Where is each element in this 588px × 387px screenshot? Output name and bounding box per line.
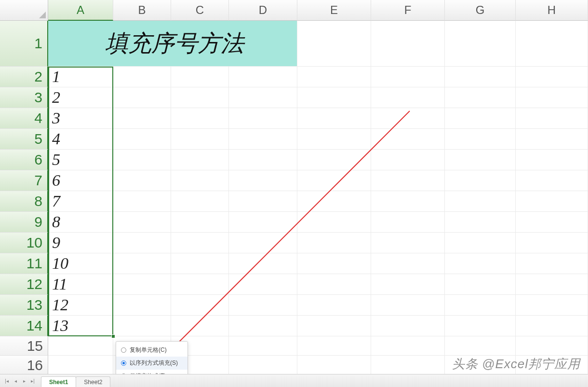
cell-G5[interactable]	[445, 129, 516, 150]
cell-E1[interactable]	[297, 21, 371, 67]
cell-H6[interactable]	[516, 150, 588, 170]
cell-B8[interactable]	[113, 191, 171, 212]
cell-B6[interactable]	[113, 150, 171, 170]
column-header-B[interactable]: B	[113, 0, 171, 21]
cell-E13[interactable]	[297, 295, 371, 316]
cell-F6[interactable]	[371, 150, 445, 170]
cell-G1[interactable]	[445, 21, 516, 67]
cell-D8[interactable]	[229, 191, 297, 212]
cell-C2[interactable]	[171, 67, 229, 87]
row-header-7[interactable]: 7	[0, 170, 48, 191]
sheet-tab-Sheet2[interactable]: Sheet2	[76, 376, 110, 387]
nav-last-icon[interactable]: ▸|	[29, 377, 37, 385]
cell-A5[interactable]: 4	[48, 129, 113, 150]
cell-C6[interactable]	[171, 150, 229, 170]
column-header-E[interactable]: E	[297, 0, 371, 21]
cell-A14[interactable]: 13	[48, 316, 113, 336]
cell-E7[interactable]	[297, 170, 371, 191]
row-header-10[interactable]: 10	[0, 233, 48, 253]
cell-F1[interactable]	[371, 21, 445, 67]
row-header-12[interactable]: 12	[0, 274, 48, 295]
cell-B11[interactable]	[113, 253, 171, 274]
cell-G7[interactable]	[445, 170, 516, 191]
title-cell[interactable]: 填充序号方法	[48, 21, 297, 67]
cell-F3[interactable]	[371, 87, 445, 108]
nav-next-icon[interactable]: ▸	[20, 377, 28, 385]
row-header-2[interactable]: 2	[0, 67, 48, 87]
cell-A4[interactable]: 3	[48, 108, 113, 129]
cell-H4[interactable]	[516, 108, 588, 129]
cell-C12[interactable]	[171, 274, 229, 295]
cell-F8[interactable]	[371, 191, 445, 212]
cell-G14[interactable]	[445, 316, 516, 336]
cell-D12[interactable]	[229, 274, 297, 295]
cell-A11[interactable]: 10	[48, 253, 113, 274]
cell-A12[interactable]: 11	[48, 274, 113, 295]
cell-F15[interactable]	[371, 336, 445, 356]
cell-C4[interactable]	[171, 108, 229, 129]
cell-E9[interactable]	[297, 212, 371, 233]
cell-H1[interactable]	[516, 21, 588, 67]
cell-E15[interactable]	[297, 336, 371, 356]
sheet-tab-Sheet1[interactable]: Sheet1	[41, 376, 76, 387]
row-header-14[interactable]: 14	[0, 316, 48, 336]
cell-A10[interactable]: 9	[48, 233, 113, 253]
column-header-A[interactable]: A	[48, 0, 113, 21]
cell-D2[interactable]	[229, 67, 297, 87]
cell-B3[interactable]	[113, 87, 171, 108]
cell-E10[interactable]	[297, 233, 371, 253]
cell-F7[interactable]	[371, 170, 445, 191]
cell-D3[interactable]	[229, 87, 297, 108]
nav-prev-icon[interactable]: ◂	[12, 377, 19, 385]
cell-H3[interactable]	[516, 87, 588, 108]
row-header-9[interactable]: 9	[0, 212, 48, 233]
cell-H2[interactable]	[516, 67, 588, 87]
row-header-11[interactable]: 11	[0, 253, 48, 274]
cell-C3[interactable]	[171, 87, 229, 108]
cell-G8[interactable]	[445, 191, 516, 212]
cell-B13[interactable]	[113, 295, 171, 316]
cell-H8[interactable]	[516, 191, 588, 212]
row-header-5[interactable]: 5	[0, 129, 48, 150]
cell-G3[interactable]	[445, 87, 516, 108]
cell-F2[interactable]	[371, 67, 445, 87]
fill-option-1[interactable]: 以序列方式填充(S)	[116, 357, 187, 370]
cell-H14[interactable]	[516, 316, 588, 336]
cell-E6[interactable]	[297, 150, 371, 170]
cell-B12[interactable]	[113, 274, 171, 295]
cell-E2[interactable]	[297, 67, 371, 87]
cell-C13[interactable]	[171, 295, 229, 316]
row-header-8[interactable]: 8	[0, 191, 48, 212]
row-header-3[interactable]: 3	[0, 87, 48, 108]
cell-D10[interactable]	[229, 233, 297, 253]
cell-F10[interactable]	[371, 233, 445, 253]
cell-H10[interactable]	[516, 233, 588, 253]
select-all-corner[interactable]	[0, 0, 48, 21]
cell-C7[interactable]	[171, 170, 229, 191]
cell-G9[interactable]	[445, 212, 516, 233]
cell-E14[interactable]	[297, 316, 371, 336]
nav-first-icon[interactable]: |◂	[3, 377, 11, 385]
cell-F12[interactable]	[371, 274, 445, 295]
cell-A8[interactable]: 7	[48, 191, 113, 212]
cell-D5[interactable]	[229, 129, 297, 150]
cell-E4[interactable]	[297, 108, 371, 129]
cell-B14[interactable]	[113, 316, 171, 336]
cell-C10[interactable]	[171, 233, 229, 253]
cell-B5[interactable]	[113, 129, 171, 150]
cell-G10[interactable]	[445, 233, 516, 253]
cell-A9[interactable]: 8	[48, 212, 113, 233]
cell-C5[interactable]	[171, 129, 229, 150]
cell-G12[interactable]	[445, 274, 516, 295]
cell-G15[interactable]	[445, 336, 516, 356]
cell-H11[interactable]	[516, 253, 588, 274]
cell-D14[interactable]	[229, 316, 297, 336]
cell-H5[interactable]	[516, 129, 588, 150]
cell-D9[interactable]	[229, 212, 297, 233]
cell-F9[interactable]	[371, 212, 445, 233]
cell-F4[interactable]	[371, 108, 445, 129]
cell-G4[interactable]	[445, 108, 516, 129]
cell-E5[interactable]	[297, 129, 371, 150]
cell-A16[interactable]	[48, 356, 113, 375]
cell-A3[interactable]: 2	[48, 87, 113, 108]
